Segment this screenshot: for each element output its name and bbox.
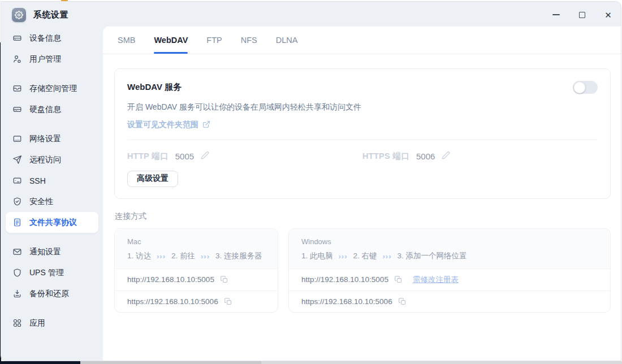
http-port-edit-icon[interactable] bbox=[201, 151, 209, 162]
http-port-label: HTTP 端口 bbox=[127, 151, 169, 162]
sidebar-item-remote[interactable]: 远程访问 bbox=[6, 149, 98, 170]
folder-scope-link-label: 设置可见文件夹范围 bbox=[127, 120, 198, 130]
sidebar-item-ups[interactable]: UPS 管理 bbox=[6, 262, 98, 283]
backdrop-dark-segment bbox=[0, 361, 80, 364]
https-port-label: HTTPS 端口 bbox=[362, 151, 409, 162]
folder-scope-link[interactable]: 设置可见文件夹范围 bbox=[127, 120, 598, 130]
tab-dlna[interactable]: DLNA bbox=[276, 27, 298, 54]
tab-smb[interactable]: SMB bbox=[118, 27, 135, 54]
connection-url: http://192.168.10.10:5005 bbox=[301, 275, 388, 284]
step-label: 1. 此电脑 bbox=[301, 251, 333, 261]
connection-url: http://192.168.10.10:5005 bbox=[127, 275, 214, 284]
users-icon bbox=[12, 54, 22, 64]
external-link-icon bbox=[202, 120, 210, 130]
card-divider bbox=[127, 140, 598, 140]
notification-icon bbox=[12, 247, 22, 257]
ups-icon bbox=[12, 268, 22, 278]
sidebar-item-label: UPS 管理 bbox=[29, 268, 64, 278]
connection-url: https://192.168.10.10:5006 bbox=[301, 297, 392, 306]
webdav-service-card: WebDAV 服务 开启 WebDAV 服务可以让你的设备在局域网内轻松共享和访… bbox=[114, 68, 611, 199]
http-port-value: 5005 bbox=[175, 151, 194, 161]
chevron-right-icon: ››› bbox=[339, 252, 348, 261]
toggle-knob bbox=[574, 82, 585, 93]
url-row: https://192.168.10.10:5006 bbox=[289, 291, 610, 313]
apps-icon bbox=[12, 318, 22, 328]
sidebar-group-1: 设备信息用户管理 bbox=[1, 28, 103, 70]
security-icon bbox=[12, 197, 22, 206]
backdrop-bottom-strip bbox=[0, 361, 622, 364]
close-icon[interactable]: ✕ bbox=[603, 10, 614, 20]
backdrop-grey-segment bbox=[80, 361, 261, 364]
chevron-right-icon: ››› bbox=[383, 252, 392, 261]
copy-icon[interactable] bbox=[398, 297, 407, 306]
sidebar-item-notification[interactable]: 通知设置 bbox=[6, 241, 98, 262]
registry-note-link[interactable]: 需修改注册表 bbox=[413, 275, 459, 285]
file-share-icon bbox=[12, 218, 22, 227]
step-label: 1. 访达 bbox=[127, 251, 151, 261]
sidebar-item-label: 存储空间管理 bbox=[29, 84, 77, 94]
maximize-icon[interactable] bbox=[577, 10, 588, 20]
tab-webdav[interactable]: WebDAV bbox=[154, 27, 188, 54]
sidebar-item-network[interactable]: 网络设置 bbox=[6, 128, 98, 149]
os-label: Windows bbox=[301, 237, 598, 246]
chevron-right-icon: ››› bbox=[157, 252, 166, 261]
sidebar-item-device-info[interactable]: 设备信息 bbox=[6, 28, 98, 49]
connection-card-header: Mac1. 访达›››2. 前往›››3. 连接服务器 bbox=[115, 229, 278, 268]
connection-steps: 1. 访达›››2. 前往›››3. 连接服务器 bbox=[127, 251, 265, 261]
connection-card-header: Windows1. 此电脑›››2. 右键›››3. 添加一个网络位置 bbox=[289, 229, 610, 268]
sidebar-item-security[interactable]: 安全性 bbox=[6, 191, 98, 212]
service-title: WebDAV 服务 bbox=[127, 82, 182, 93]
webdav-toggle[interactable] bbox=[573, 81, 598, 94]
sidebar-item-label: 远程访问 bbox=[29, 155, 61, 165]
os-label: Mac bbox=[127, 237, 265, 246]
sidebar-group-2: 存储空间管理硬盘信息 bbox=[1, 78, 103, 120]
https-port-edit-icon[interactable] bbox=[442, 151, 450, 162]
sidebar-item-label: 备份和还原 bbox=[29, 289, 69, 299]
settings-gear-icon bbox=[12, 8, 26, 22]
tab-ftp[interactable]: FTP bbox=[206, 27, 222, 54]
storage-icon bbox=[12, 84, 22, 93]
http-port-group: HTTP 端口 5005 bbox=[127, 151, 362, 162]
connection-cards: Mac1. 访达›››2. 前往›››3. 连接服务器http://192.16… bbox=[114, 228, 611, 313]
sidebar-item-disk[interactable]: 硬盘信息 bbox=[6, 99, 98, 120]
sidebar-item-backup[interactable]: 备份和还原 bbox=[6, 283, 98, 304]
sidebar-item-storage[interactable]: 存储空间管理 bbox=[6, 78, 98, 99]
sidebar-item-label: 设备信息 bbox=[29, 33, 61, 44]
sidebar-item-file-share[interactable]: 文件共享协议 bbox=[6, 212, 98, 233]
connection-url: https://192.168.10.10:5006 bbox=[127, 297, 218, 306]
sidebar-item-label: 安全性 bbox=[29, 197, 53, 207]
settings-window: 系统设置 ✕ 设备信息用户管理存储空间管理硬盘信息网络设置远程访问SSH安全性文… bbox=[1, 1, 621, 361]
minimize-icon[interactable] bbox=[551, 10, 561, 20]
copy-icon[interactable] bbox=[394, 275, 403, 284]
sidebar-item-label: SSH bbox=[29, 176, 46, 185]
chevron-right-icon: ››› bbox=[201, 252, 210, 261]
sidebar-item-users[interactable]: 用户管理 bbox=[6, 49, 98, 70]
service-description: 开启 WebDAV 服务可以让你的设备在局域网内轻松共享和访问文件 bbox=[127, 102, 598, 112]
sidebar-item-apps[interactable]: 应用 bbox=[6, 313, 98, 333]
step-label: 3. 连接服务器 bbox=[215, 251, 262, 261]
scroll-area: WebDAV 服务 开启 WebDAV 服务可以让你的设备在局域网内轻松共享和访… bbox=[103, 54, 621, 313]
sidebar-group-5: 应用 bbox=[1, 313, 103, 333]
copy-icon[interactable] bbox=[224, 297, 232, 306]
sidebar-item-label: 文件共享协议 bbox=[29, 218, 77, 228]
url-row: http://192.168.10.10:5005 bbox=[115, 268, 278, 291]
sidebar-item-label: 硬盘信息 bbox=[29, 105, 61, 115]
connection-steps: 1. 此电脑›››2. 右键›››3. 添加一个网络位置 bbox=[301, 251, 598, 261]
window-controls: ✕ bbox=[551, 10, 621, 20]
tab-nfs[interactable]: NFS bbox=[241, 27, 257, 54]
url-row: http://192.168.10.10:5005需修改注册表 bbox=[289, 268, 610, 291]
step-label: 3. 添加一个网络位置 bbox=[398, 251, 467, 261]
advanced-settings-button[interactable]: 高级设置 bbox=[127, 171, 178, 187]
titlebar: 系统设置 ✕ bbox=[1, 2, 621, 28]
sidebar-item-label: 应用 bbox=[29, 318, 45, 328]
device-info-icon bbox=[12, 33, 22, 43]
connection-section-title: 连接方式 bbox=[115, 211, 611, 222]
sidebar-group-4: 通知设置UPS 管理备份和还原 bbox=[1, 241, 103, 304]
copy-icon[interactable] bbox=[220, 275, 228, 284]
remote-icon bbox=[12, 155, 22, 164]
protocol-tabs: SMBWebDAVFTPNFSDLNA bbox=[103, 27, 621, 54]
connection-card-windows: Windows1. 此电脑›››2. 右键›››3. 添加一个网络位置http:… bbox=[288, 228, 611, 313]
sidebar-item-ssh[interactable]: SSH bbox=[6, 170, 98, 191]
content-panel: SMBWebDAVFTPNFSDLNA WebDAV 服务 开启 WebDAV … bbox=[103, 27, 621, 361]
sidebar: 设备信息用户管理存储空间管理硬盘信息网络设置远程访问SSH安全性文件共享协议通知… bbox=[1, 28, 103, 361]
